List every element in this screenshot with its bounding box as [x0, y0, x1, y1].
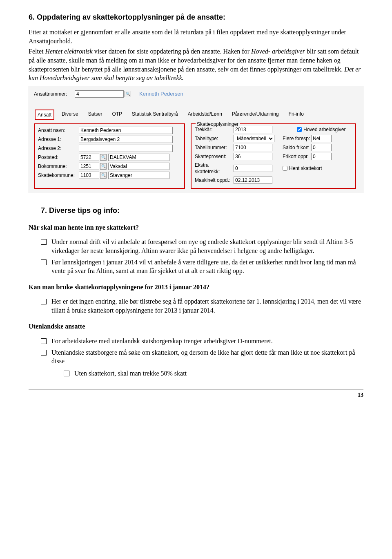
skatteprosent-label: Skatteprosent:	[195, 153, 234, 160]
question-3: Utenlandske ansatte	[29, 322, 363, 331]
question-2-list: Her er det ingen endring, alle bør tilst…	[29, 297, 363, 315]
text: Utenlandske statsborgere må søke om skat…	[51, 349, 355, 365]
page-number: 13	[29, 391, 363, 399]
question-3-sublist: Uten skattekort, skal man trekke 50% ska…	[51, 369, 363, 378]
adresse1-input[interactable]	[79, 136, 173, 143]
saldo-frikort-input[interactable]	[311, 144, 332, 151]
maskinelt-input[interactable]	[234, 177, 272, 184]
question-1: Når skal man hente inn nye skattekort?	[29, 223, 363, 232]
tab-parorende[interactable]: Pårørende/Utdanning	[229, 109, 281, 120]
left-panel: Ansatt navn: Adresse 1: Adresse 2: Posts…	[34, 123, 185, 189]
list-item: For arbeidstakere med utenlandsk statsbo…	[41, 337, 363, 346]
skattekommune-name-input[interactable]	[108, 172, 169, 179]
poststed-input[interactable]	[108, 154, 169, 161]
tab-arbeidstid[interactable]: Arbeidstid/Lønn	[185, 109, 225, 120]
adresse1-label: Adresse 1:	[38, 136, 79, 143]
hoved-arbeidsgiver-checkbox[interactable]	[297, 127, 302, 132]
skattekommune-nr-input[interactable]	[79, 172, 99, 179]
tabellnummer-input[interactable]	[234, 144, 272, 151]
italic-term-hoved: Hoved- arbeidsgiver	[251, 48, 305, 55]
section-6-paragraph-1: Etter at mottaket er gjennomført er alle…	[29, 28, 363, 45]
tab-ansatt[interactable]: Ansatt	[35, 110, 54, 120]
group-title: Skatteopplysninger	[196, 121, 240, 127]
search-icon[interactable]: 🔍	[100, 172, 107, 179]
adresse2-input[interactable]	[79, 145, 173, 152]
question-1-list: Under normal drift vil vi anbefale at fo…	[29, 237, 363, 275]
tab-diverse[interactable]: Diverse	[59, 109, 81, 120]
list-item: Før lønnskjøringen i januar 2014 vil vi …	[41, 258, 363, 275]
list-item: Uten skattekort, skal man trekke 50% ska…	[64, 369, 363, 378]
frikort-oppr-label: Frikort oppr.	[283, 153, 311, 160]
section-6-heading: 6. Oppdatering av skattekortopplysninger…	[29, 12, 363, 22]
bokommune-nr-input[interactable]	[79, 163, 99, 170]
tabellnummer-label: Tabellnummer:	[195, 144, 234, 151]
employee-form-screenshot: Ansattnummer: 🔍 Kenneth Pedersen Ansatt …	[29, 86, 363, 194]
tabelltype-label: Tabelltype:	[195, 135, 234, 142]
navn-label: Ansatt navn:	[38, 127, 79, 134]
list-item: Under normal drift vil vi anbefale at fo…	[41, 237, 363, 255]
flere-foresp-input[interactable]	[311, 135, 332, 142]
text: Feltet	[29, 48, 45, 55]
italic-term-hentet: Hentet elektronisk	[45, 48, 92, 55]
navn-input[interactable]	[79, 127, 173, 134]
ansattnummer-input[interactable]	[75, 90, 124, 98]
question-2: Kan man bruke skattekortopplysningene fo…	[29, 283, 363, 292]
frikort-oppr-input[interactable]	[311, 153, 332, 160]
bokommune-label: Bokommune:	[38, 163, 79, 170]
list-item: Her er det ingen endring, alle bør tilst…	[41, 297, 363, 315]
postnr-input[interactable]	[79, 154, 99, 161]
maskinelt-label: Maskinelt oppd.:	[195, 177, 234, 183]
section-6-paragraph-2: Feltet Hentet elektronisk viser datoen f…	[29, 47, 363, 82]
tab-otp[interactable]: OTP	[109, 109, 125, 120]
tabelltype-select[interactable]: Månedstabell	[234, 135, 274, 142]
search-icon[interactable]: 🔍	[100, 154, 107, 161]
tab-ssb[interactable]: Statistisk Sentralbyrå	[129, 109, 180, 120]
hent-skattekort-checkbox[interactable]	[283, 166, 287, 171]
tab-satser[interactable]: Satser	[86, 109, 105, 120]
poststed-label: Poststed:	[38, 154, 79, 161]
saldo-frikort-label: Saldo frikort	[283, 144, 311, 151]
section-7-heading: 7. Diverse tips og info:	[41, 206, 363, 215]
list-item: Utenlandske statsborgere må søke om skat…	[41, 348, 363, 378]
bokommune-name-input[interactable]	[108, 163, 169, 170]
search-icon[interactable]: 🔍	[100, 163, 107, 170]
tab-friinfo[interactable]: Fri-info	[286, 109, 306, 120]
skattekommune-label: Skattekommune:	[38, 172, 79, 179]
hent-skattekort-label: Hent skattekort	[289, 165, 322, 172]
hoved-arbeidsgiver-label: Hoved arbeidsgiver	[303, 126, 345, 133]
ekstra-trekk-label: Ekstra skattetrekk:	[195, 162, 234, 175]
skatteprosent-input[interactable]	[234, 153, 272, 160]
skatteopplysninger-panel: Skatteopplysninger Trekkår: Hoved arbeid…	[191, 123, 356, 189]
text: viser datoen for siste oppdatering på de…	[93, 48, 251, 55]
ekstra-trekk-input[interactable]	[234, 165, 272, 172]
employee-name-display: Kenneth Pedersen	[139, 90, 183, 98]
question-3-list: For arbeidstakere med utenlandsk statsbo…	[29, 337, 363, 378]
adresse2-label: Adresse 2:	[38, 145, 79, 152]
ansattnummer-label: Ansattnummer:	[34, 91, 75, 97]
tab-bar: Ansatt Diverse Satser OTP Statistisk Sen…	[34, 109, 358, 120]
search-icon[interactable]: 🔍	[125, 91, 131, 97]
flere-foresp-label: Flere foresp:	[283, 135, 311, 142]
